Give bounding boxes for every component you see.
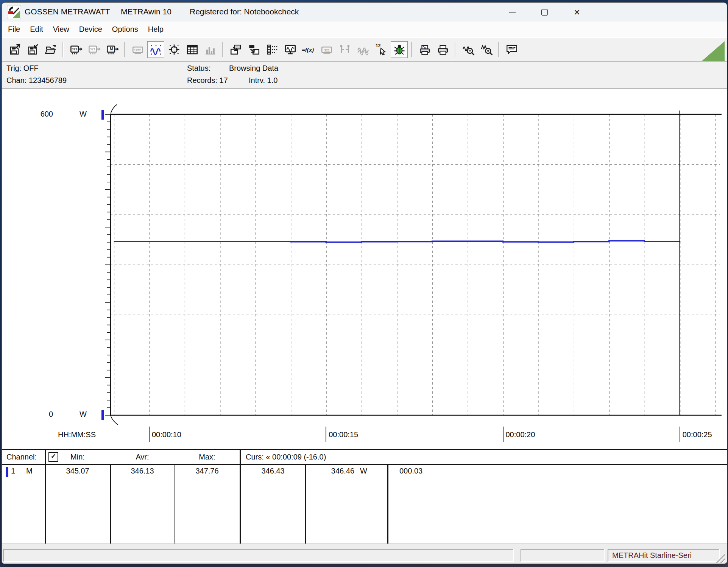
statusbar-panel-device: METRAHit Starline-Seri	[608, 549, 720, 562]
power-chart: 600 W 0 W HH:MM:SS 00:00:1000:00:1500:00…	[2, 88, 727, 449]
header-cursor: Curs: « 00:00:09 (-16.0)	[246, 453, 326, 461]
histo-icon	[204, 43, 217, 56]
menu-bar: FileEditViewDeviceOptionsHelp	[2, 22, 727, 37]
formula-fx-button[interactable]: =f(x)	[300, 41, 317, 58]
overlay-curves-button[interactable]	[354, 41, 371, 58]
channel-color-marker	[6, 467, 8, 477]
header-max: Max:	[175, 453, 240, 461]
close-button[interactable]: ✕	[568, 3, 586, 21]
device-read-321-button[interactable]: 321	[67, 41, 84, 58]
col-divider-thick	[387, 465, 388, 544]
x-axis-format-label: HH:MM:SS	[58, 430, 96, 439]
chanlist-icon	[266, 43, 279, 56]
toolbar-separator	[62, 42, 64, 57]
menu-device[interactable]: Device	[74, 25, 107, 34]
multimeter-display-glyph-text: 1257	[134, 49, 141, 52]
device-read-memory-button[interactable]: M	[104, 41, 121, 58]
value-min: 345.07	[45, 467, 110, 475]
x-axis-tick	[503, 427, 504, 442]
status-label: Status:	[187, 64, 210, 73]
maximize-button[interactable]	[536, 3, 553, 21]
note-icon	[505, 43, 518, 56]
menu-view[interactable]: View	[48, 25, 74, 34]
x-axis-tick	[326, 427, 326, 442]
display-321-glyph-text: 321	[324, 49, 330, 52]
menu-edit[interactable]: Edit	[25, 25, 48, 34]
records-count: Records: 17	[187, 76, 228, 85]
channel-id: 1	[11, 467, 15, 475]
print-button[interactable]	[434, 41, 451, 58]
device-name: METRAHit Starline-Seri	[608, 550, 719, 561]
x-axis-tick-label: 00:00:10	[152, 430, 181, 439]
channel-list-status: Chan: 123456789	[6, 76, 67, 85]
statusbar-panel-mid	[521, 549, 605, 562]
x-axis-tick-label: 00:00:15	[329, 430, 358, 439]
device-disconnect-321-button[interactable]: 321	[86, 41, 103, 58]
comment-note-button[interactable]	[503, 41, 520, 58]
trigger-status: Trig: OFF	[6, 64, 39, 73]
value-cursor-b: 346.46	[305, 467, 354, 475]
value-cursor-a: 346.43	[241, 467, 305, 475]
printer-icon	[436, 43, 449, 56]
zoom-out-button[interactable]	[460, 41, 477, 58]
y-axis-max-label: 600	[36, 110, 53, 118]
close-icon: ✕	[574, 8, 580, 16]
printprev-icon	[418, 43, 431, 56]
wave2-icon	[357, 43, 369, 56]
multimeter-display-button[interactable]: 1257	[129, 41, 146, 58]
channel-marker-bottom[interactable]	[101, 410, 104, 420]
winA-icon	[229, 43, 242, 56]
menu-file[interactable]: File	[3, 25, 25, 34]
x-axis-tick	[149, 427, 150, 442]
monitor-view-button[interactable]	[282, 41, 299, 58]
menu-options[interactable]: Options	[107, 25, 143, 34]
info-strip: Trig: OFF Chan: 123456789 Status: Browsi…	[2, 62, 727, 88]
y-axis-min-label: 0	[36, 410, 53, 419]
menu-help[interactable]: Help	[143, 25, 168, 34]
folder-icon	[44, 43, 57, 56]
toolbar-separator	[124, 42, 125, 57]
cursor-12-button[interactable]: 12	[373, 41, 390, 58]
table-view-button[interactable]	[184, 41, 201, 58]
live-bug-button[interactable]	[391, 41, 408, 58]
col-divider	[175, 465, 175, 544]
zoomin-icon	[480, 43, 493, 56]
value-avr: 346.13	[110, 467, 175, 475]
save-import-button[interactable]	[24, 41, 41, 58]
col-divider	[110, 465, 111, 544]
zoomout-icon	[462, 43, 475, 56]
arrange-window-b-button[interactable]	[245, 41, 262, 58]
statistics-view-button[interactable]	[202, 41, 219, 58]
title-registered: Registered for: Notebookcheck	[190, 7, 299, 16]
status-bar: METRAHit Starline-Seri	[2, 544, 727, 564]
col-divider	[305, 465, 306, 544]
link-channels-button[interactable]	[336, 41, 353, 58]
yt-chart-view-button[interactable]	[147, 41, 164, 58]
toolbar-separator	[222, 42, 223, 57]
xy-chart-view-button[interactable]	[165, 41, 182, 58]
zoom-in-button[interactable]	[478, 41, 495, 58]
channel-mode: M	[26, 467, 33, 475]
header-min: Min:	[45, 453, 110, 461]
toolbar-separator	[411, 42, 412, 57]
minimize-button[interactable]	[504, 3, 521, 21]
title-bar: GOSSEN METRAWATT METRAwin 10 Registered …	[2, 3, 727, 22]
gossen-metrawatt-logo-icon	[7, 5, 21, 19]
print-preview-button[interactable]	[416, 41, 433, 58]
value-max: 347.76	[175, 467, 240, 475]
floppy-in-icon	[26, 43, 39, 56]
device-read-memory-glyph-text: M	[110, 47, 113, 51]
header-avr: Avr:	[110, 453, 175, 461]
channel-setup-button[interactable]	[263, 41, 281, 58]
maximize-icon	[541, 9, 548, 16]
header-channel: Channel:	[6, 453, 37, 461]
save-export-button[interactable]	[6, 41, 23, 58]
channel-marker-top[interactable]	[101, 110, 104, 120]
crosshair-icon	[168, 43, 181, 56]
open-file-button[interactable]	[42, 41, 59, 58]
display-321-button[interactable]: 321	[318, 41, 335, 58]
arrange-window-a-button[interactable]	[227, 41, 244, 58]
device-disconnect-321-glyph-text: 321	[90, 48, 95, 51]
toolbar: 321321M1257=f(x)32112	[2, 37, 727, 62]
interval-value: Intrv. 1.0	[249, 76, 277, 85]
